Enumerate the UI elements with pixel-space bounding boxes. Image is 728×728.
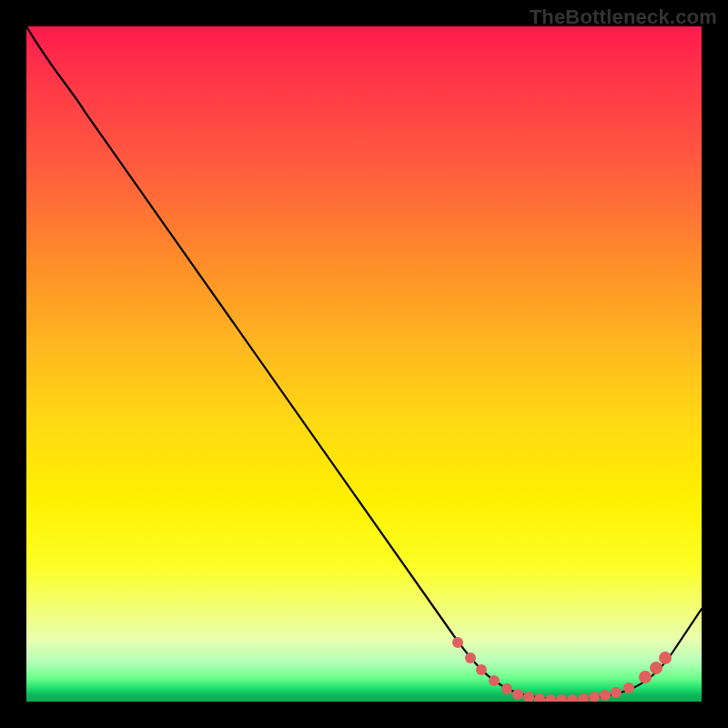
svg-point-7 — [534, 693, 545, 702]
svg-point-0 — [452, 637, 463, 648]
watermark-text: TheBottleneck.com — [530, 5, 717, 29]
chart-frame: TheBottleneck.com — [0, 0, 728, 728]
svg-point-8 — [545, 694, 556, 702]
svg-point-2 — [476, 664, 487, 675]
svg-point-17 — [650, 662, 662, 674]
svg-point-16 — [639, 671, 652, 683]
svg-point-11 — [578, 693, 589, 702]
marker-dots — [452, 637, 672, 702]
svg-point-14 — [611, 687, 622, 698]
svg-point-3 — [489, 675, 500, 686]
svg-point-5 — [512, 689, 523, 700]
svg-point-6 — [523, 692, 534, 702]
svg-point-4 — [501, 683, 512, 694]
svg-point-13 — [600, 690, 611, 701]
svg-point-10 — [567, 694, 578, 702]
svg-point-1 — [465, 652, 476, 663]
svg-point-9 — [556, 694, 567, 702]
svg-point-18 — [659, 652, 672, 664]
curve-path — [26, 26, 702, 700]
svg-point-15 — [623, 682, 634, 693]
svg-point-12 — [589, 692, 600, 702]
plot-area — [26, 26, 702, 702]
bottleneck-curve — [26, 26, 702, 702]
